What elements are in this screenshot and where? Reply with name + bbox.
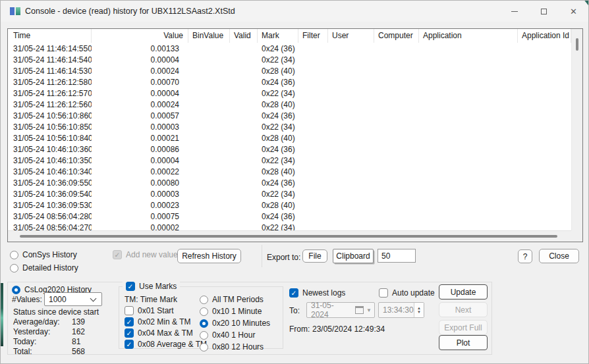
- table-row[interactable]: 31/05-24 10:56:10:840 0.00021 0x28 (40): [8, 132, 571, 143]
- cell-user: [328, 188, 374, 199]
- close-window-button[interactable]: ✕: [559, 1, 588, 22]
- cell-filter: [298, 166, 328, 177]
- cell-value: 0.00024: [92, 65, 188, 76]
- cell-binvalue: [188, 166, 230, 177]
- export-count-input[interactable]: [378, 249, 416, 263]
- cell-valid: [230, 199, 258, 211]
- cell-application: [419, 76, 518, 88]
- cell-application: [419, 155, 518, 166]
- use-marks-checkbox[interactable]: Use Marks: [123, 282, 180, 291]
- table-row[interactable]: 31/05-24 11:46:14:550 0.00133 0x24 (36): [8, 43, 571, 54]
- table-row[interactable]: 31/05-24 10:36:09:550 0.00080 0x24 (36): [8, 177, 571, 188]
- vertical-scrollbar-thumb[interactable]: [576, 38, 578, 51]
- detailed-history-radio[interactable]: Detailed History: [10, 263, 78, 273]
- update-button[interactable]: Update: [439, 284, 488, 299]
- tm-period-radio[interactable]: 0x40 1 Hour: [200, 330, 270, 340]
- cell-valid: [230, 76, 258, 88]
- dropdown-arrow-icon: ▼: [366, 307, 372, 313]
- table-row[interactable]: 31/05-24 10:56:10:860 0.00057 0x24 (36): [8, 110, 571, 121]
- vertical-scrollbar[interactable]: [571, 29, 582, 230]
- table-header[interactable]: TimeValueBinValueValidMarkFilterUserComp…: [8, 29, 571, 43]
- refresh-history-button[interactable]: Refresh History: [177, 249, 241, 263]
- table-row[interactable]: 31/05-24 11:26:12:560 0.00024 0x28 (40): [8, 99, 571, 110]
- cell-value: 0.00003: [92, 121, 188, 132]
- newest-logs-checkbox[interactable]: Newest logs: [289, 288, 345, 298]
- tm-period-radio[interactable]: All TM Periods: [200, 295, 270, 304]
- plot-button[interactable]: Plot: [439, 335, 488, 350]
- mark-flag-checkbox[interactable]: 0x02 Min & TM: [125, 317, 207, 326]
- cell-application: [419, 121, 518, 132]
- tm-period-radio[interactable]: 0x80 12 Hours: [200, 342, 270, 351]
- mark-flag-checkbox[interactable]: 0x04 Max & TM: [125, 328, 207, 338]
- help-button[interactable]: ?: [518, 249, 532, 263]
- cell-application-id: [518, 88, 571, 99]
- table-row[interactable]: 31/05-24 10:46:10:340 0.00022 0x28 (40): [8, 166, 571, 177]
- status-stats: Average/day: 139 Yesterday: 162 Today: 8…: [13, 317, 99, 357]
- mark-flag-checkbox[interactable]: 0x01 Start: [125, 306, 207, 315]
- table-row[interactable]: 31/05-24 11:46:14:540 0.00004 0x22 (34): [8, 54, 571, 65]
- tm-period-label: 0x10 1 Minute: [212, 307, 262, 316]
- minimize-button[interactable]: [499, 1, 529, 22]
- add-new-values-checkbox: Add new values: [113, 250, 182, 259]
- cell-application-id: [518, 76, 571, 88]
- tm-period-radio[interactable]: 0x20 10 Minutes: [200, 319, 270, 328]
- table-row[interactable]: 31/05-24 10:36:09:530 0.00023 0x28 (40): [8, 199, 571, 211]
- column-header: Value: [92, 29, 188, 43]
- cell-user: [328, 143, 374, 155]
- cell-filter: [298, 155, 328, 166]
- cell-user: [328, 65, 374, 76]
- table-row[interactable]: 31/05-24 10:46:10:360 0.00086 0x24 (36): [8, 143, 571, 155]
- time-spinner[interactable]: ▲ ▼: [414, 303, 424, 317]
- cell-computer: [374, 43, 419, 54]
- tm-period-radio[interactable]: 0x10 1 Minute: [200, 307, 270, 316]
- table-row[interactable]: 31/05-24 11:26:12:570 0.00004 0x22 (34): [8, 88, 571, 99]
- maximize-button[interactable]: [529, 1, 559, 22]
- cell-mark: 0x28 (40): [258, 166, 298, 177]
- cell-application: [419, 132, 518, 143]
- horizontal-scrollbar[interactable]: [8, 230, 571, 242]
- cell-binvalue: [188, 43, 230, 54]
- mark-flag-checkbox[interactable]: 0x08 Average & TM: [125, 340, 207, 349]
- table-row[interactable]: 31/05-24 10:56:10:850 0.00003 0x22 (34): [8, 121, 571, 132]
- table-row[interactable]: 31/05-24 11:26:12:580 0.00070 0x24 (36): [8, 76, 571, 88]
- table-row[interactable]: 31/05-24 08:56:04:280 0.00075 0x24 (36): [8, 211, 571, 222]
- cell-binvalue: [188, 54, 230, 65]
- table-row[interactable]: 31/05-24 10:46:10:350 0.00004 0x22 (34): [8, 155, 571, 166]
- export-file-button[interactable]: File: [302, 249, 327, 263]
- checkbox-icon: [125, 328, 134, 338]
- cell-mark: 0x24 (36): [258, 76, 298, 88]
- values-dropdown[interactable]: 1000: [44, 292, 102, 306]
- close-button[interactable]: Close: [539, 249, 579, 263]
- detailed-history-label: Detailed History: [22, 263, 78, 273]
- stat-row: Yesterday: 162: [13, 327, 99, 337]
- cell-binvalue: [188, 222, 230, 230]
- tm-period-label: 0x40 1 Hour: [212, 330, 255, 340]
- cell-user: [328, 110, 374, 121]
- cell-filter: [298, 211, 328, 222]
- cell-valid: [230, 188, 258, 199]
- table-row[interactable]: 31/05-24 11:46:14:530 0.00024 0x28 (40): [8, 65, 571, 76]
- cell-valid: [230, 143, 258, 155]
- cell-filter: [298, 177, 328, 188]
- cell-valid: [230, 99, 258, 110]
- auto-update-checkbox[interactable]: Auto update: [379, 288, 435, 298]
- cell-computer: [374, 188, 419, 199]
- stat-label: Today:: [13, 337, 72, 347]
- export-clipboard-button[interactable]: Clipboard: [333, 249, 374, 263]
- radio-icon: [200, 296, 208, 304]
- cell-time: 31/05-24 11:46:14:550: [8, 43, 92, 54]
- consys-history-radio[interactable]: ConSys History: [10, 250, 77, 259]
- cell-time: 31/05-24 10:56:10:840: [8, 132, 92, 143]
- cell-mark: 0x24 (36): [258, 211, 298, 222]
- table-row[interactable]: 31/05-24 10:36:09:540 0.00003 0x22 (34): [8, 188, 571, 199]
- scrollbar-corner: [571, 230, 582, 242]
- cell-filter: [298, 143, 328, 155]
- cell-mark: 0x28 (40): [258, 99, 298, 110]
- cell-user: [328, 177, 374, 188]
- cell-value: 0.00004: [92, 54, 188, 65]
- cell-filter: [298, 76, 328, 88]
- cell-mark: 0x22 (34): [258, 54, 298, 65]
- table-row[interactable]: 31/05-24 08:56:04:270 0.00002 0x22 (34): [8, 222, 571, 230]
- to-time-value: 13:34:30: [383, 305, 414, 315]
- horizontal-scrollbar-thumb[interactable]: [20, 235, 557, 238]
